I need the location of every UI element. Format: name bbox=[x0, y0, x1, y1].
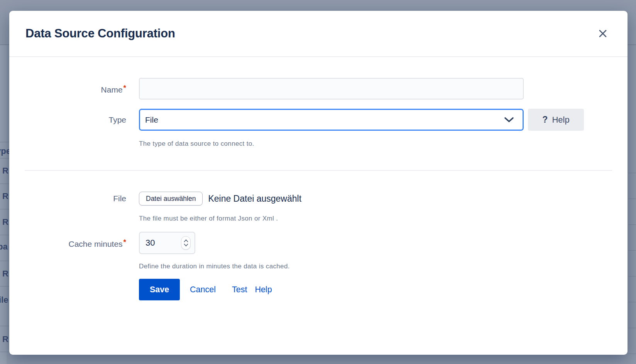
background-row-divider bbox=[628, 224, 636, 225]
cache-helper-text: Define the duration in minutes the data … bbox=[139, 263, 612, 270]
help-link-button[interactable]: Help bbox=[255, 285, 272, 295]
cache-minutes-field-row: Cache minutes* bbox=[25, 232, 612, 254]
background-table-column bbox=[0, 45, 7, 364]
name-field-row: Name* bbox=[25, 78, 612, 99]
background-row-divider bbox=[0, 235, 10, 235]
cancel-button[interactable]: Cancel bbox=[190, 285, 216, 295]
close-icon bbox=[598, 29, 608, 39]
background-row-divider bbox=[628, 354, 636, 354]
chevron-up-icon bbox=[184, 239, 188, 243]
background-row-divider bbox=[0, 286, 10, 286]
background-row-divider bbox=[628, 250, 636, 251]
background-row-divider bbox=[628, 199, 636, 199]
file-helper-text: The file must be either of format Json o… bbox=[139, 215, 612, 222]
screen: { "modal": { "title": "Data Source Confi… bbox=[0, 0, 636, 364]
choose-file-button[interactable]: Datei auswählen bbox=[139, 192, 203, 206]
type-select-value: File bbox=[145, 115, 158, 125]
required-asterisk: * bbox=[123, 84, 126, 92]
background-row-divider bbox=[628, 328, 636, 328]
background-row-divider bbox=[628, 302, 636, 302]
cache-minutes-label: Cache minutes* bbox=[25, 238, 126, 249]
type-help-button[interactable]: ? Help bbox=[528, 109, 584, 131]
type-select[interactable]: File bbox=[139, 109, 524, 131]
background-row-divider bbox=[0, 326, 10, 326]
type-helper-text: The type of data source to connect to. bbox=[139, 140, 612, 148]
background-text-fragment: R bbox=[2, 166, 8, 176]
type-label: Type bbox=[25, 115, 126, 125]
name-label: Name* bbox=[25, 83, 126, 94]
background-text-fragment: R bbox=[2, 191, 8, 201]
question-mark-icon: ? bbox=[542, 115, 548, 125]
background-row-divider bbox=[628, 276, 636, 276]
dialog-body: Name* Type File ? Help bbox=[9, 78, 628, 300]
save-button[interactable]: Save bbox=[139, 279, 180, 300]
actions-row: Save Cancel Test Help bbox=[25, 279, 612, 300]
stepper-down-button[interactable] bbox=[183, 244, 189, 247]
background-text-fragment: ba bbox=[0, 242, 8, 252]
background-row-divider bbox=[628, 173, 636, 173]
chevron-down-icon bbox=[184, 244, 188, 247]
background-row-divider bbox=[0, 158, 10, 158]
background-text-fragment: ile bbox=[0, 295, 8, 305]
stepper-up-button[interactable] bbox=[183, 239, 189, 243]
background-row-divider bbox=[0, 184, 10, 184]
close-button[interactable] bbox=[596, 27, 610, 40]
test-button[interactable]: Test bbox=[232, 285, 247, 295]
data-source-configuration-dialog: Data Source Configuration Name* Type Fil… bbox=[9, 11, 628, 355]
background-row-divider bbox=[0, 261, 10, 261]
file-helper-row: The file must be either of format Json o… bbox=[25, 215, 612, 222]
type-help-button-label: Help bbox=[552, 115, 569, 125]
number-stepper bbox=[181, 236, 191, 250]
background-row-divider bbox=[0, 352, 10, 352]
background-text-fragment: R bbox=[2, 269, 8, 279]
section-divider bbox=[25, 170, 612, 171]
dialog-header: Data Source Configuration bbox=[9, 11, 628, 57]
file-label: File bbox=[25, 194, 126, 203]
background-row-divider bbox=[0, 142, 10, 142]
name-input[interactable] bbox=[139, 78, 524, 99]
file-field-row: File Datei auswählen Keine Datei ausgewä… bbox=[25, 192, 612, 206]
background-row-divider bbox=[0, 209, 10, 209]
background-text-fragment: R bbox=[2, 334, 8, 344]
background-text-fragment: R bbox=[2, 217, 8, 227]
file-status-text: Keine Datei ausgewählt bbox=[208, 194, 301, 204]
cache-helper-row: Define the duration in minutes the data … bbox=[25, 263, 612, 270]
type-field-row: Type File ? Help bbox=[25, 109, 612, 131]
required-asterisk: * bbox=[123, 238, 126, 246]
chevron-down-icon bbox=[504, 117, 514, 123]
type-helper-row: The type of data source to connect to. bbox=[25, 140, 612, 148]
dialog-title: Data Source Configuration bbox=[25, 27, 175, 40]
